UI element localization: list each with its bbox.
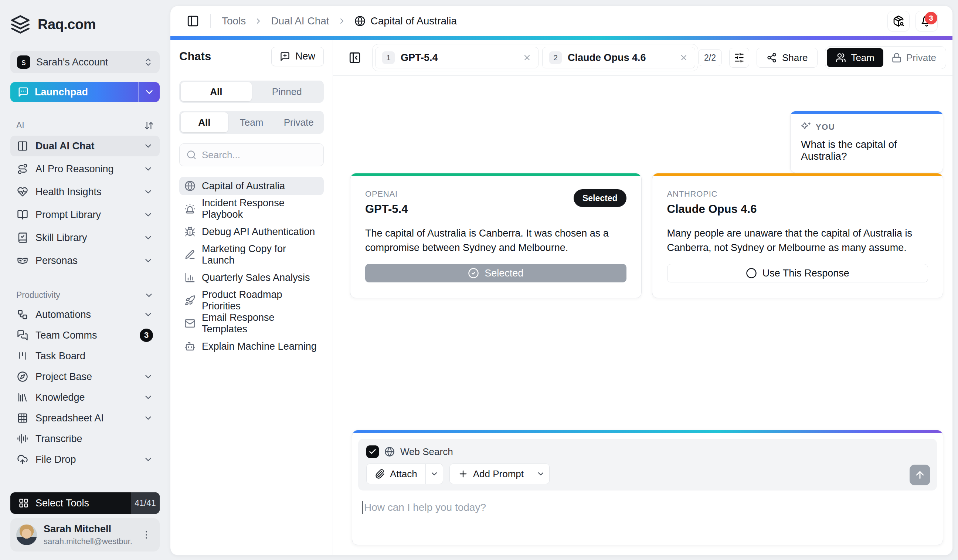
account-switcher[interactable]: s Sarah's Account bbox=[10, 51, 160, 73]
select-tools-label: Select Tools bbox=[35, 498, 89, 509]
chat-item-product-roadmap-priorities[interactable]: Product Roadmap Priorities bbox=[179, 291, 324, 310]
chat-item-debug-api-authentication[interactable]: Debug API Authentication bbox=[179, 222, 324, 241]
launchpad-button[interactable]: Launchpad bbox=[10, 82, 160, 102]
web-search-label: Web Search bbox=[400, 446, 453, 458]
chevron-down-icon[interactable] bbox=[143, 455, 153, 464]
mail-icon bbox=[184, 318, 195, 329]
chart-column-icon bbox=[184, 272, 195, 283]
chevron-down-icon[interactable] bbox=[143, 310, 153, 319]
search-input[interactable] bbox=[202, 149, 317, 161]
web-search-checkbox[interactable] bbox=[366, 446, 379, 458]
chat-item-quarterly-sales-analysis[interactable]: Quarterly Sales Analysis bbox=[179, 268, 324, 287]
tab-scope-private[interactable]: Private bbox=[275, 113, 322, 132]
scope-filter-tabs: All Team Private bbox=[179, 111, 324, 134]
chat-item-marketing-copy-for-launch[interactable]: Marketing Copy for Launch bbox=[179, 246, 324, 264]
chevron-down-icon[interactable] bbox=[143, 393, 153, 402]
chat-item-explain-machine-learning[interactable]: Explain Machine Learning bbox=[179, 337, 324, 355]
sidebar-item-label: Personas bbox=[35, 255, 136, 267]
book-check-icon bbox=[17, 232, 28, 243]
sidebar-toggle-button[interactable] bbox=[187, 15, 199, 27]
sidebar-item-knowledge[interactable]: Knowledge bbox=[10, 388, 160, 407]
openai-accent bbox=[351, 173, 641, 176]
chat-item-capital-of-australia[interactable]: Capital of Australia bbox=[179, 177, 324, 195]
breadcrumb-tools[interactable]: Tools bbox=[222, 15, 246, 27]
bot-icon bbox=[184, 341, 195, 352]
tab-scope-all[interactable]: All bbox=[181, 113, 228, 132]
sidebar-item-task-board[interactable]: Task Board bbox=[10, 347, 160, 365]
sidebar-item-transcribe[interactable]: Transcribe bbox=[10, 430, 160, 448]
sidebar-item-prompt-library[interactable]: Prompt Library bbox=[10, 205, 160, 225]
selected-button-label: Selected bbox=[485, 268, 523, 279]
model-settings-button[interactable] bbox=[729, 48, 749, 68]
use-response-label: Use This Response bbox=[763, 268, 849, 279]
sidebar-item-file-drop[interactable]: File Drop bbox=[10, 450, 160, 469]
user-menu-button[interactable] bbox=[139, 527, 154, 542]
chat-item-label: Debug API Authentication bbox=[202, 226, 315, 238]
remove-model-icon[interactable] bbox=[679, 53, 688, 62]
chat-item-label: Product Roadmap Priorities bbox=[202, 289, 319, 312]
chat-item-incident-response-playbook[interactable]: Incident Response Playbook bbox=[179, 200, 324, 218]
pin-filter-tabs: All Pinned bbox=[179, 81, 324, 103]
notifications-button[interactable]: 3 bbox=[915, 11, 938, 32]
sidebar-item-automations[interactable]: Automations bbox=[10, 305, 160, 324]
chats-panel-toggle-button[interactable] bbox=[349, 51, 361, 64]
chevron-down-icon[interactable] bbox=[143, 233, 153, 243]
model-chip-claude[interactable]: 2 Claude Opus 4.6 bbox=[542, 47, 695, 68]
account-label: Sarah's Account bbox=[36, 57, 138, 68]
attach-button[interactable]: Attach bbox=[366, 463, 425, 484]
sidebar-item-health-insights[interactable]: Health Insights bbox=[10, 181, 160, 202]
chat-item-email-response-templates[interactable]: Email Response Templates bbox=[179, 314, 324, 333]
globe-icon bbox=[354, 16, 366, 27]
sidebar-item-label: Transcribe bbox=[35, 433, 153, 445]
ai-nav: Dual AI Chat AI Pro Reasoning Health Ins… bbox=[10, 136, 160, 271]
breadcrumb-dual-ai-chat[interactable]: Dual AI Chat bbox=[271, 15, 329, 27]
sidebar-item-dual-ai-chat[interactable]: Dual AI Chat bbox=[10, 136, 160, 156]
chevron-down-icon[interactable] bbox=[143, 164, 153, 174]
chevron-down-icon[interactable] bbox=[143, 187, 153, 197]
package-search-button[interactable] bbox=[887, 11, 910, 32]
selected-response-button[interactable]: Selected bbox=[365, 264, 627, 282]
chevron-down-icon[interactable] bbox=[143, 141, 153, 151]
chevron-down-icon[interactable] bbox=[143, 372, 153, 381]
composer-accent-line bbox=[352, 430, 943, 433]
check-icon bbox=[368, 447, 377, 456]
tab-scope-team[interactable]: Team bbox=[228, 113, 275, 132]
sort-icon[interactable] bbox=[144, 121, 154, 130]
select-tools-button[interactable]: Select Tools 41/41 bbox=[10, 492, 160, 514]
check-circle-icon bbox=[468, 268, 479, 279]
tab-all[interactable]: All bbox=[181, 82, 252, 101]
new-chat-button[interactable]: New bbox=[271, 47, 324, 66]
chats-panel: Chats New All Pinned All Team Private bbox=[170, 40, 333, 555]
sidebar-item-personas[interactable]: Personas bbox=[10, 250, 160, 271]
user-profile-row[interactable]: Sarah Mitchell sarah.mitchell@westbur... bbox=[10, 518, 160, 552]
launchpad-expand-button[interactable] bbox=[138, 82, 160, 102]
ai-section-label: AI bbox=[16, 121, 24, 130]
remove-model-icon[interactable] bbox=[523, 53, 531, 62]
productivity-section-header[interactable]: Productivity bbox=[10, 290, 160, 300]
visibility-team-button[interactable]: Team bbox=[827, 48, 883, 67]
use-this-response-button[interactable]: Use This Response bbox=[667, 264, 928, 282]
tab-pinned[interactable]: Pinned bbox=[252, 82, 323, 101]
visibility-private-button[interactable]: Private bbox=[883, 48, 944, 67]
sidebar-item-spreadsheet-ai[interactable]: Spreadsheet AI bbox=[10, 409, 160, 427]
chevron-down-icon[interactable] bbox=[143, 256, 153, 265]
chevron-down-icon[interactable] bbox=[143, 210, 153, 220]
layers-logo-icon bbox=[10, 14, 30, 34]
sidebar-item-ai-pro-reasoning[interactable]: AI Pro Reasoning bbox=[10, 159, 160, 179]
sidebar-item-project-base[interactable]: Project Base bbox=[10, 367, 160, 386]
attach-menu-button[interactable] bbox=[425, 463, 443, 484]
header-actions: 3 bbox=[887, 11, 938, 32]
model-chip-gpt[interactable]: 1 GPT-5.4 bbox=[375, 47, 539, 68]
add-prompt-button[interactable]: Add Prompt bbox=[449, 463, 532, 484]
sidebar-item-label: Task Board bbox=[35, 351, 153, 362]
sidebar-item-skill-library[interactable]: Skill Library bbox=[10, 227, 160, 248]
send-button[interactable] bbox=[910, 465, 930, 485]
composer-input[interactable]: How can I help you today? bbox=[362, 501, 933, 514]
share-button[interactable]: Share bbox=[757, 48, 818, 68]
launchpad-label: Launchpad bbox=[35, 87, 88, 98]
launchpad-main[interactable]: Launchpad bbox=[10, 82, 138, 102]
sidebar-item-team-comms[interactable]: Team Comms 3 bbox=[10, 326, 160, 344]
route-icon bbox=[17, 163, 28, 175]
chevron-down-icon[interactable] bbox=[143, 413, 153, 423]
add-prompt-menu-button[interactable] bbox=[532, 463, 550, 484]
